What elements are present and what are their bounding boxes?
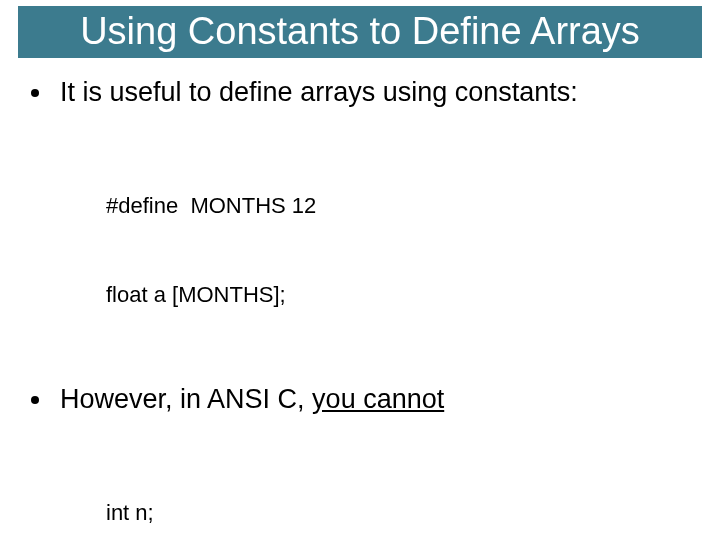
bullet-2-text-pre: However, in ANSI C, [60, 384, 312, 414]
slide-body: It is useful to define arrays using cons… [0, 58, 720, 540]
slide: Using Constants to Define Arrays It is u… [0, 6, 720, 540]
code-block-1: #define MONTHS 12 float a [MONTHS]; [106, 131, 688, 369]
bullet-1-text: It is useful to define arrays using cons… [60, 77, 578, 107]
code-block-2: int n; scanf(“%d”, &n); float a[n]; [106, 439, 688, 540]
code-line: float a [MONTHS]; [106, 280, 688, 310]
bullet-1: It is useful to define arrays using cons… [54, 76, 688, 110]
bullet-2-text-em: you cannot [312, 384, 444, 414]
bullet-list: However, in ANSI C, you cannot [32, 383, 688, 417]
code-line: #define MONTHS 12 [106, 191, 688, 221]
code-line: int n; [106, 498, 688, 528]
bullet-list: It is useful to define arrays using cons… [32, 76, 688, 110]
slide-title: Using Constants to Define Arrays [18, 6, 702, 58]
bullet-2: However, in ANSI C, you cannot [54, 383, 688, 417]
